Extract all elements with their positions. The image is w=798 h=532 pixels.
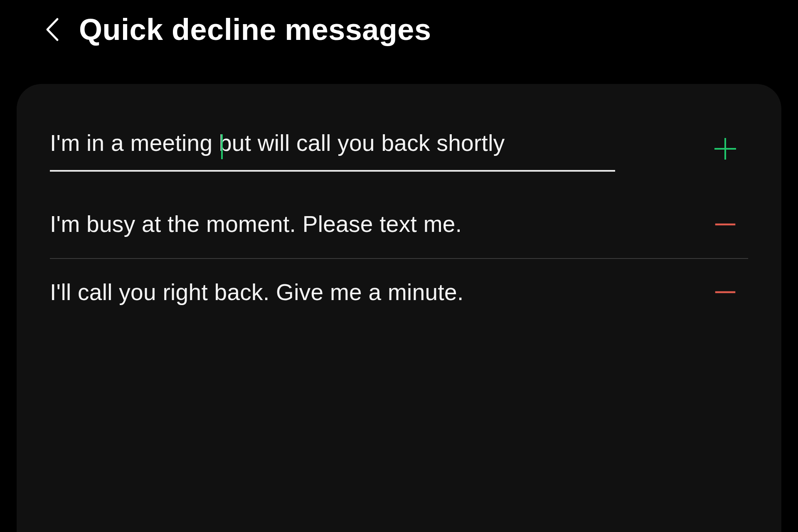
- add-message-button[interactable]: [711, 134, 740, 163]
- header: Quick decline messages: [0, 0, 798, 71]
- minus-icon: [714, 281, 737, 304]
- new-message-input[interactable]: I'm in a meeting but will call you back …: [50, 126, 615, 172]
- message-text: I'm busy at the moment. Please text me.: [50, 207, 686, 242]
- message-text: I'll call you right back. Give me a minu…: [50, 275, 686, 310]
- chevron-left-icon: [45, 17, 59, 42]
- plus-icon: [714, 137, 737, 160]
- text-caret: [221, 134, 223, 159]
- message-row[interactable]: I'm busy at the moment. Please text me.: [50, 192, 748, 256]
- page-title: Quick decline messages: [79, 12, 431, 47]
- minus-icon: [714, 213, 737, 236]
- messages-panel: I'm in a meeting but will call you back …: [17, 84, 781, 532]
- new-message-row: I'm in a meeting but will call you back …: [50, 126, 748, 192]
- message-row[interactable]: I'll call you right back. Give me a minu…: [50, 261, 748, 324]
- remove-message-button[interactable]: [711, 278, 740, 307]
- divider: [50, 258, 748, 259]
- remove-message-button[interactable]: [711, 210, 740, 239]
- back-button[interactable]: [42, 19, 62, 40]
